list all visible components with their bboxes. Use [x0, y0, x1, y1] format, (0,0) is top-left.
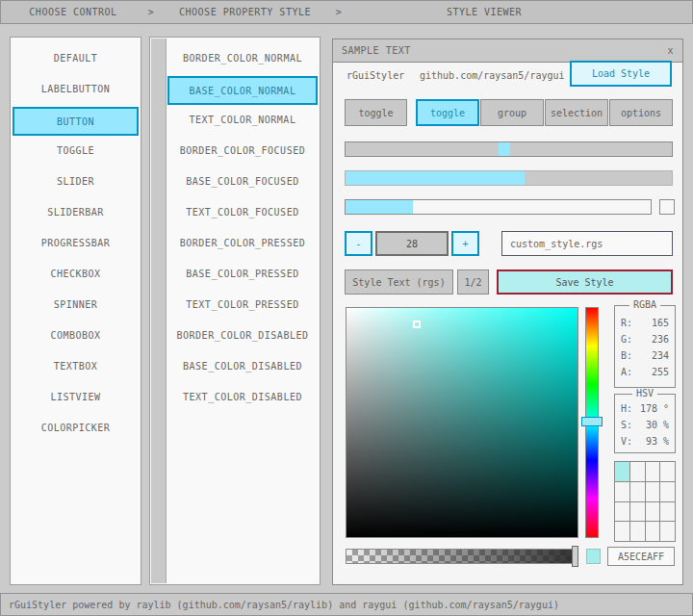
repo-link-label[interactable]: github.com/raysan5/raygui	[420, 70, 565, 81]
property-list-item[interactable]: BORDER_COLOR_NORMAL	[167, 45, 318, 70]
hsv-h-value: 178 °	[640, 403, 669, 414]
property-list-item[interactable]: TEXT_COLOR_NORMAL	[167, 107, 318, 132]
control-list-item[interactable]: PROGRESSBAR	[13, 230, 139, 255]
status-bar: rGuiStyler powered by raylib (github.com…	[0, 593, 693, 616]
header-bar: CHOOSE CONTROL > CHOOSE PROPERTY STYLE >…	[0, 0, 693, 24]
control-list-item[interactable]: SLIDERBAR	[13, 199, 139, 224]
hsv-group-title: HSV	[632, 388, 657, 398]
controls-list-panel: DEFAULT LABELBUTTON BUTTON TOGGLE SLIDER…	[10, 37, 141, 585]
rgba-b-value: 234	[652, 350, 669, 361]
control-list-item[interactable]: LABELBUTTON	[13, 76, 139, 101]
swatch-cell[interactable]	[615, 522, 630, 542]
swatch-cell[interactable]	[615, 502, 630, 523]
sample-checkbox[interactable]	[659, 199, 675, 215]
sample-progress-bar	[345, 170, 673, 186]
toggle-group-item-group[interactable]: group	[480, 99, 544, 126]
toggle-button[interactable]: toggle	[345, 99, 407, 126]
control-list-item[interactable]: COLORPICKER	[13, 415, 139, 440]
rguistyler-app: CHOOSE CONTROL > CHOOSE PROPERTY STYLE >…	[0, 0, 693, 616]
sample-slider-bar[interactable]	[345, 199, 652, 215]
hex-color-input[interactable]: A5ECEAFF	[607, 547, 675, 566]
rgba-row-g: G: 236	[615, 331, 675, 347]
property-list-item[interactable]: BASE_COLOR_PRESSED	[167, 261, 318, 286]
property-list-item[interactable]: BASE_COLOR_FOCUSED	[167, 168, 318, 193]
properties-list-scrollbar[interactable]	[151, 38, 167, 583]
hsv-s-value: 30 %	[646, 420, 669, 430]
alpha-slider-handle[interactable]	[572, 546, 578, 567]
hsv-s-label: S:	[621, 420, 632, 430]
control-list-item[interactable]: LISTVIEW	[13, 384, 139, 409]
control-list-item[interactable]: SLIDER	[13, 168, 139, 193]
hsv-row-h: H: 178 °	[615, 400, 675, 417]
rgba-r-label: R:	[621, 318, 632, 328]
window-title: SAMPLE TEXT	[342, 45, 411, 56]
swatch-cell[interactable]	[660, 482, 676, 502]
control-list-item[interactable]: CHECKBOX	[13, 261, 139, 286]
rgba-a-value: 255	[652, 367, 669, 377]
color-picker-sv-square[interactable]	[346, 307, 578, 538]
header-choose-property-style: CHOOSE PROPERTY STYLE	[179, 7, 311, 17]
swatch-cell[interactable]	[615, 482, 630, 502]
properties-list-panel: BORDER_COLOR_NORMAL BASE_COLOR_NORMAL TE…	[149, 37, 321, 585]
control-list-item[interactable]: TEXTBOX	[13, 353, 139, 378]
property-list-item[interactable]: BORDER_COLOR_DISABLED	[167, 322, 318, 347]
swatch-cell[interactable]	[646, 522, 661, 542]
swatch-cell[interactable]	[646, 482, 661, 502]
control-list-item[interactable]: TOGGLE	[13, 138, 139, 163]
close-icon[interactable]: x	[667, 45, 674, 56]
hsv-v-label: V:	[621, 436, 632, 447]
sample-slider[interactable]	[345, 141, 673, 157]
control-list-item[interactable]: COMBOBOX	[13, 322, 139, 347]
header-style-viewer: STYLE VIEWER	[447, 7, 522, 17]
control-list-item[interactable]: DEFAULT	[13, 45, 139, 70]
control-list-item-selected[interactable]: BUTTON	[13, 107, 139, 136]
swatch-cell[interactable]	[646, 502, 661, 523]
property-list-item[interactable]: TEXT_COLOR_PRESSED	[167, 292, 318, 317]
hue-slider-handle[interactable]	[581, 417, 603, 426]
hsv-group-box: HSV H: 178 ° S: 30 % V: 93 %	[614, 394, 676, 453]
property-list-item[interactable]: TEXT_COLOR_DISABLED	[167, 384, 318, 409]
swatch-cell[interactable]	[660, 522, 676, 542]
property-list-item[interactable]: BASE_COLOR_DISABLED	[167, 353, 318, 378]
rgba-g-label: G:	[621, 334, 632, 345]
property-list-item[interactable]: BORDER_COLOR_PRESSED	[167, 230, 318, 255]
control-list-item[interactable]: SPINNER	[13, 292, 139, 317]
file-name-input[interactable]: custom_style.rgs	[501, 231, 673, 256]
property-list-item[interactable]: BORDER_COLOR_FOCUSED	[167, 138, 318, 163]
chevron-right-icon: >	[145, 7, 157, 17]
slider-handle[interactable]	[499, 142, 510, 156]
swatch-cell[interactable]	[630, 462, 646, 482]
rgba-r-value: 165	[652, 318, 669, 328]
rgba-group-title: RGBA	[629, 299, 660, 310]
rgba-row-b: B: 234	[615, 347, 675, 364]
spinner-increment-button[interactable]: +	[451, 231, 479, 256]
alpha-bar[interactable]	[346, 549, 578, 564]
load-style-button[interactable]: Load Style	[570, 61, 672, 87]
spinner-decrement-button[interactable]: -	[345, 231, 372, 256]
toggle-group-item-selection[interactable]: selection	[545, 99, 608, 126]
toggle-group-item-options[interactable]: options	[609, 99, 673, 126]
swatch-cell[interactable]	[660, 462, 676, 482]
swatch-cell[interactable]	[630, 522, 646, 542]
window-title-bar[interactable]: SAMPLE TEXT x	[333, 39, 682, 63]
rgba-row-a: A: 255	[615, 364, 675, 380]
swatch-cell[interactable]	[660, 502, 676, 523]
swatch-cell[interactable]	[630, 482, 646, 502]
hsv-h-label: H:	[621, 403, 632, 414]
property-list-item-selected[interactable]: BASE_COLOR_NORMAL	[167, 76, 318, 105]
hsv-row-v: V: 93 %	[615, 433, 675, 449]
sv-marker[interactable]	[413, 321, 421, 328]
spinner-value-box[interactable]: 28	[375, 231, 449, 256]
toggle-group-item-toggle[interactable]: toggle	[416, 99, 479, 126]
rgba-g-value: 236	[652, 334, 669, 345]
swatch-cell[interactable]	[646, 462, 661, 482]
swatch-cell-selected[interactable]	[615, 462, 630, 482]
page-indicator-button[interactable]: 1/2	[457, 270, 489, 295]
hsv-row-s: S: 30 %	[615, 417, 675, 433]
style-text-button[interactable]: Style Text (rgs)	[345, 270, 453, 295]
save-style-button[interactable]: Save Style	[497, 270, 673, 295]
rgba-b-label: B:	[621, 350, 632, 361]
status-bar-text: rGuiStyler powered by raylib (github.com…	[9, 600, 559, 610]
property-list-item[interactable]: TEXT_COLOR_FOCUSED	[167, 199, 318, 224]
swatch-cell[interactable]	[630, 502, 646, 523]
